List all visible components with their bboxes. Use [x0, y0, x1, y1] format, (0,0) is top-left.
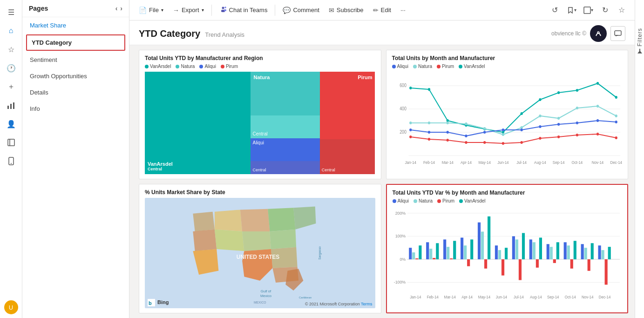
- export-chevron-icon: ▾: [202, 7, 204, 13]
- treemap-right: Pirum Central: [320, 72, 375, 174]
- svg-rect-124: [453, 241, 456, 259]
- svg-point-33: [615, 96, 617, 99]
- svg-point-6: [11, 163, 12, 164]
- svg-text:Jun-14: Jun-14: [495, 295, 507, 300]
- more-button[interactable]: ···: [397, 5, 409, 15]
- legend-natura-bar: Natura: [414, 198, 433, 203]
- subscribe-button[interactable]: ✉ Subscribe: [325, 5, 367, 16]
- svg-rect-143: [536, 259, 538, 268]
- svg-marker-85: [215, 210, 242, 231]
- bar-chart-title: Total Units YTD Var % by Month and Manuf…: [393, 189, 622, 196]
- legend-pirum-line: Pirum: [437, 64, 454, 69]
- map-body[interactable]: UNITED STATES Gulf of Mexico MEXICO Sarg…: [145, 198, 375, 308]
- svg-point-57: [615, 121, 617, 123]
- plus-icon[interactable]: ＋: [3, 78, 20, 95]
- report-header: YTD Category Trend Analysis obvience llc…: [129, 20, 635, 45]
- line-chart-title: Total Units by Month and Manufacturer: [392, 55, 623, 61]
- svg-rect-131: [484, 259, 487, 269]
- svg-text:Dec-14: Dec-14: [598, 295, 610, 300]
- svg-rect-138: [515, 239, 518, 259]
- edit-button[interactable]: ✏ Edit: [369, 5, 395, 16]
- chevron-left-icon[interactable]: ‹: [115, 5, 118, 12]
- pages-panel: Pages ‹ › Market Share YTD Category Sent…: [22, 0, 129, 318]
- sidebar-item-market-share[interactable]: Market Share: [22, 17, 129, 34]
- map-svg: UNITED STATES Gulf of Mexico MEXICO Sarg…: [145, 198, 375, 308]
- comment-button[interactable]: 💬 Comment: [279, 5, 323, 16]
- book-icon[interactable]: [3, 134, 20, 151]
- bookmark-button[interactable]: ▾: [564, 3, 579, 18]
- svg-rect-156: [590, 243, 593, 259]
- teams-icon: [219, 6, 227, 14]
- export-button[interactable]: → Export ▾: [169, 5, 208, 16]
- svg-point-30: [557, 91, 559, 94]
- legend-pirum-bar: Pirum: [437, 198, 454, 203]
- svg-text:Oct-14: Oct-14: [564, 295, 576, 300]
- legend-vanarsdel: VanArsdel: [145, 64, 171, 69]
- legend-aliqui-line: Aliqui: [392, 64, 408, 69]
- refresh-button[interactable]: ↻: [597, 3, 612, 18]
- svg-point-39: [502, 133, 504, 136]
- legend-pirum: Pirum: [221, 64, 238, 69]
- svg-marker-88: [242, 231, 271, 251]
- svg-rect-1: [10, 104, 12, 109]
- star-icon[interactable]: ☆: [3, 41, 20, 58]
- svg-point-64: [520, 141, 522, 144]
- legend-vanarsdel-bar: VanArsdel: [459, 198, 485, 203]
- clock-icon[interactable]: 🕐: [3, 60, 20, 76]
- treemap-title: Total Units YTD by Manufacturer and Regi…: [145, 55, 375, 61]
- line-chart-body[interactable]: 600 400 200 Jan-14: [392, 72, 623, 174]
- treemap-legend: VanArsdel Natura Aliqui Pirum: [145, 64, 375, 69]
- map-panel: % Units Market Share by State: [139, 184, 381, 313]
- sidebar-item-ytd-category[interactable]: YTD Category: [26, 34, 125, 51]
- svg-rect-147: [553, 259, 556, 263]
- svg-point-46: [409, 129, 412, 131]
- svg-marker-84: [193, 230, 217, 251]
- sidebar-item-sentiment[interactable]: Sentiment: [22, 52, 129, 68]
- user-avatar-icon[interactable]: U: [4, 300, 18, 314]
- favorite-button[interactable]: ☆: [614, 3, 629, 18]
- bar-chart-body[interactable]: 200% 100% 0% -100%: [393, 206, 622, 308]
- treemap-vanarsdel-label: VanArsdel: [148, 161, 248, 167]
- phone-icon[interactable]: [3, 153, 20, 169]
- svg-rect-142: [532, 242, 535, 259]
- person-icon[interactable]: 👤: [3, 115, 20, 132]
- svg-text:Sep-14: Sep-14: [552, 160, 564, 165]
- svg-rect-3: [8, 139, 14, 146]
- chat-teams-button[interactable]: Chat in Teams: [216, 4, 271, 16]
- chart-icon[interactable]: [3, 97, 20, 114]
- filters-panel[interactable]: Filters: [635, 0, 644, 318]
- svg-text:Nov-14: Nov-14: [591, 160, 603, 165]
- svg-point-52: [520, 129, 522, 131]
- svg-text:Mar-14: Mar-14: [441, 160, 453, 165]
- undo-button[interactable]: ↺: [547, 3, 562, 18]
- svg-rect-0: [7, 106, 9, 109]
- svg-rect-128: [470, 239, 473, 259]
- svg-point-36: [446, 122, 448, 124]
- svg-point-50: [483, 131, 486, 134]
- comment-report-button[interactable]: [610, 26, 625, 41]
- svg-rect-11: [584, 7, 590, 14]
- hamburger-icon[interactable]: ☰: [3, 4, 20, 20]
- comment-icon: 💬: [283, 7, 291, 14]
- chevron-right-icon[interactable]: ›: [120, 5, 122, 12]
- svg-point-48: [446, 131, 448, 134]
- sidebar-item-details[interactable]: Details: [22, 84, 129, 101]
- file-button[interactable]: 📄 File ▾: [135, 5, 167, 16]
- svg-rect-118: [429, 249, 432, 259]
- legend-aliqui-bar: Aliqui: [393, 198, 409, 203]
- treemap-natura: Natura: [251, 72, 319, 115]
- view-button[interactable]: ▾: [581, 3, 596, 18]
- home-icon[interactable]: ⌂: [3, 22, 20, 39]
- sidebar-item-growth-opportunities[interactable]: Growth Opportunities: [22, 68, 129, 84]
- sidebar-item-info[interactable]: Info: [22, 101, 129, 117]
- svg-text:Caribbean: Caribbean: [299, 296, 312, 299]
- treemap-pirum-label: Pirum: [358, 74, 372, 80]
- svg-point-9: [224, 7, 226, 8]
- svg-text:Aug-14: Aug-14: [534, 160, 546, 165]
- svg-point-56: [596, 119, 598, 122]
- treemap-body[interactable]: VanArsdel Central Natura Central Aliqui: [145, 72, 375, 174]
- svg-rect-150: [567, 245, 569, 259]
- svg-text:Jan-14: Jan-14: [405, 160, 416, 165]
- svg-rect-122: [447, 247, 449, 259]
- svg-text:Aug-14: Aug-14: [530, 295, 542, 300]
